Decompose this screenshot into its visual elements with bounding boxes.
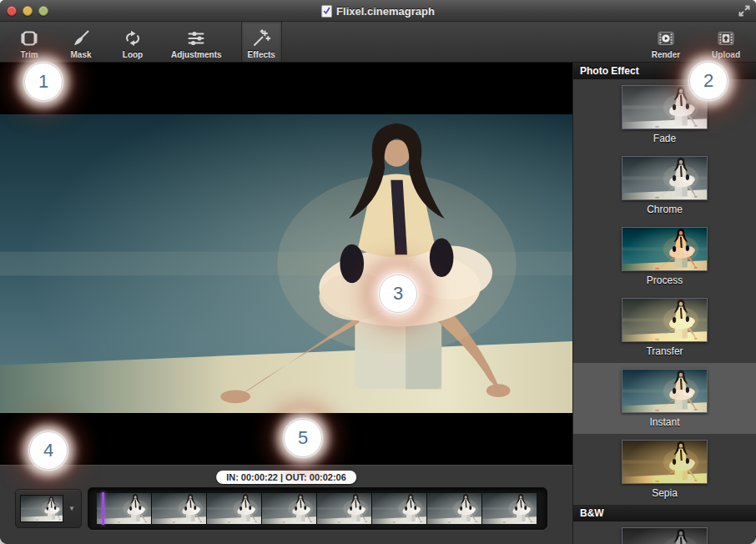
- titlebar: Flixel.cinemagraph: [0, 0, 756, 22]
- trim-label: Trim: [20, 50, 38, 59]
- effect-thumbnail: [622, 527, 708, 544]
- toolbar: Trim Mask Loop: [0, 22, 756, 63]
- cinemagraph-artwork: [262, 493, 316, 524]
- zoom-icon[interactable]: [38, 6, 48, 16]
- timeline-frame[interactable]: [262, 493, 317, 524]
- playhead[interactable]: [102, 492, 104, 525]
- fullscreen-icon[interactable]: [738, 5, 750, 17]
- brush-icon: [71, 28, 91, 49]
- effect-label: Process: [573, 275, 756, 286]
- cinemagraph-artwork: [0, 114, 572, 413]
- callout-1-number: 1: [38, 71, 48, 93]
- toolbar-right-group: Render Upload: [646, 22, 756, 62]
- film-upload-icon: [716, 28, 736, 49]
- timeline-frame[interactable]: [427, 493, 482, 524]
- traffic-lights: [7, 6, 48, 16]
- trim-button[interactable]: Trim: [10, 22, 48, 62]
- render-button[interactable]: Render: [646, 22, 686, 62]
- close-icon[interactable]: [7, 6, 17, 16]
- callout-2-number: 2: [703, 70, 713, 92]
- effect-list: Fade: [573, 79, 756, 505]
- document-icon: [321, 5, 332, 18]
- cinemagraph-artwork: [622, 157, 707, 199]
- loop-button[interactable]: Loop: [113, 22, 152, 62]
- effect-item[interactable]: Fade: [573, 79, 756, 150]
- effect-thumbnail: [622, 440, 708, 484]
- callout-4: 4: [29, 431, 68, 470]
- effect-thumbnail: [622, 156, 708, 200]
- effects-button[interactable]: Effects: [241, 22, 282, 62]
- clip-thumbnail: [20, 495, 63, 522]
- effect-thumbnail: [622, 298, 708, 342]
- effect-item[interactable]: Transfer: [573, 292, 756, 363]
- effect-label: Chrome: [573, 204, 756, 215]
- cinemagraph-artwork: [622, 441, 707, 483]
- timeline-strip: [88, 487, 547, 530]
- callout-3-number: 3: [393, 283, 403, 305]
- callout-4-number: 4: [43, 440, 53, 461]
- timeline-frame[interactable]: [207, 493, 262, 524]
- cinemagraph-artwork: [482, 493, 537, 524]
- effect-label: Sepia: [573, 487, 756, 499]
- film-play-icon: [656, 28, 676, 49]
- cinemagraph-artwork: [21, 496, 63, 521]
- clip-selector[interactable]: ▼: [15, 489, 82, 528]
- render-label: Render: [652, 50, 680, 59]
- minimize-icon[interactable]: [23, 6, 33, 16]
- adjustments-label: Adjustments: [171, 50, 222, 59]
- effect-item[interactable]: Instant: [573, 363, 756, 434]
- effect-label: Fade: [573, 133, 756, 144]
- cinemagraph-artwork: [622, 299, 707, 341]
- upload-label: Upload: [712, 50, 740, 59]
- callout-5-number: 5: [298, 427, 308, 449]
- cinemagraph-artwork: [622, 370, 707, 412]
- adjustments-button[interactable]: Adjustments: [165, 22, 228, 62]
- cinemagraph-artwork: [622, 528, 707, 544]
- cinemagraph-artwork: [152, 493, 206, 524]
- window-title: Flixel.cinemagraph: [321, 0, 435, 22]
- timeline-frame[interactable]: [482, 493, 537, 524]
- timeline-section: IN: 00:00:22 | OUT: 00:02:06: [0, 465, 572, 544]
- effect-item[interactable]: Chrome: [573, 150, 756, 221]
- timeline-frame[interactable]: [97, 493, 152, 524]
- callout-3: 3: [379, 275, 417, 313]
- toolbar-left-group: Trim Mask Loop: [0, 22, 282, 62]
- cinemagraph-artwork: [622, 228, 707, 270]
- effect-thumbnail: [622, 369, 708, 413]
- cinemagraph-artwork: [372, 493, 426, 524]
- app-window: Flixel.cinemagraph Trim: [0, 0, 756, 544]
- effects-sidebar: Photo Effect: [572, 63, 756, 544]
- loop-label: Loop: [123, 50, 143, 59]
- loop-icon: [123, 28, 143, 49]
- timeline-frame[interactable]: [152, 493, 207, 524]
- effect-item[interactable]: Process: [573, 221, 756, 292]
- in-out-badge: IN: 00:00:22 | OUT: 00:02:06: [216, 471, 356, 484]
- magic-wand-icon: [251, 28, 271, 49]
- timeline-frame[interactable]: [372, 493, 427, 524]
- trim-icon: [19, 28, 39, 49]
- cinemagraph-artwork: [427, 493, 481, 524]
- mask-button[interactable]: Mask: [62, 22, 100, 62]
- cinemagraph-artwork: [97, 493, 151, 524]
- cinemagraph-artwork: [317, 493, 371, 524]
- section-header-photo-effect: Photo Effect: [573, 63, 756, 79]
- callout-1: 1: [24, 63, 63, 101]
- effect-item-partial[interactable]: [573, 521, 756, 544]
- effect-label: Instant: [573, 416, 756, 428]
- callout-2: 2: [689, 62, 728, 100]
- window-title-text: Flixel.cinemagraph: [336, 5, 435, 18]
- sliders-icon: [186, 28, 206, 49]
- effect-item[interactable]: Sepia: [573, 434, 756, 505]
- preview-viewer: [0, 63, 572, 465]
- timeline-frames: [97, 493, 537, 524]
- upload-button[interactable]: Upload: [706, 22, 746, 62]
- cinemagraph-artwork: [207, 493, 261, 524]
- section-header-bw: B&W: [573, 505, 756, 521]
- effects-label: Effects: [248, 50, 275, 59]
- timeline-frame[interactable]: [317, 493, 372, 524]
- chevron-down-icon[interactable]: ▼: [63, 490, 80, 527]
- effect-thumbnail: [622, 227, 708, 271]
- effect-label: Transfer: [573, 345, 756, 357]
- mask-label: Mask: [70, 50, 91, 59]
- callout-5: 5: [284, 419, 322, 457]
